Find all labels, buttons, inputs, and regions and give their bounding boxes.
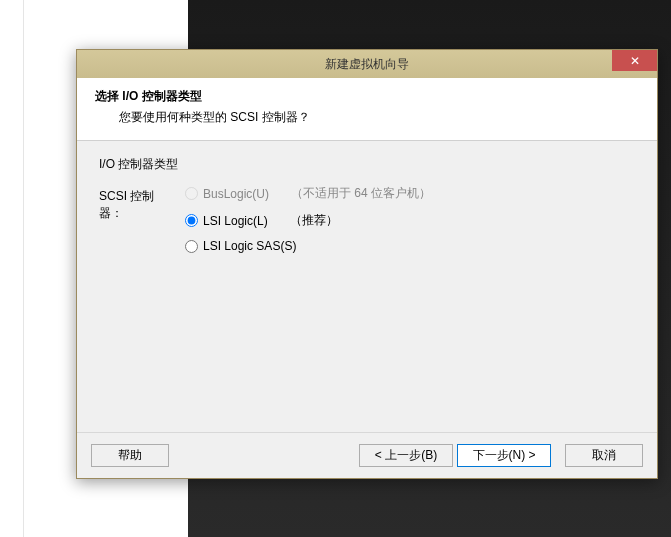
radio-lsilogic[interactable]: LSI Logic(L) — [185, 214, 268, 228]
help-button[interactable]: 帮助 — [91, 444, 169, 467]
radio-lsisas[interactable]: LSI Logic SAS(S) — [185, 239, 296, 253]
button-bar: 帮助 < 上一步(B) 下一步(N) > 取消 — [77, 432, 657, 478]
close-button[interactable]: ✕ — [612, 50, 657, 71]
dialog-title: 新建虚拟机向导 — [325, 56, 409, 73]
radio-lsilogic-note: （推荐） — [290, 212, 338, 229]
back-button[interactable]: < 上一步(B) — [359, 444, 453, 467]
scsi-row: SCSI 控制器： BusLogic(U) （不适用于 64 位客户机） LSI… — [99, 179, 635, 253]
new-vm-wizard-dialog: 新建虚拟机向导 ✕ 选择 I/O 控制器类型 您要使用何种类型的 SCSI 控制… — [76, 49, 658, 479]
group-label: I/O 控制器类型 — [99, 156, 635, 173]
radio-buslogic-note: （不适用于 64 位客户机） — [291, 185, 431, 202]
radio-buslogic-label: BusLogic(U) — [203, 187, 269, 201]
next-button[interactable]: 下一步(N) > — [457, 444, 551, 467]
content-section: I/O 控制器类型 SCSI 控制器： BusLogic(U) （不适用于 64… — [77, 141, 657, 441]
radio-row-lsilogic: LSI Logic(L) （推荐） — [185, 212, 431, 229]
radio-row-buslogic: BusLogic(U) （不适用于 64 位客户机） — [185, 185, 431, 202]
header-subtitle: 您要使用何种类型的 SCSI 控制器？ — [95, 109, 639, 126]
radio-lsilogic-input[interactable] — [185, 214, 198, 227]
scsi-label: SCSI 控制器： — [99, 179, 175, 222]
radio-buslogic: BusLogic(U) — [185, 187, 269, 201]
left-divider — [23, 0, 24, 537]
titlebar[interactable]: 新建虚拟机向导 ✕ — [77, 50, 657, 78]
radio-buslogic-input — [185, 187, 198, 200]
close-icon: ✕ — [630, 54, 640, 68]
header-section: 选择 I/O 控制器类型 您要使用何种类型的 SCSI 控制器？ — [77, 78, 657, 141]
header-title: 选择 I/O 控制器类型 — [95, 88, 639, 105]
radio-row-lsisas: LSI Logic SAS(S) — [185, 239, 431, 253]
radio-lsilogic-label: LSI Logic(L) — [203, 214, 268, 228]
radio-group: BusLogic(U) （不适用于 64 位客户机） LSI Logic(L) … — [185, 179, 431, 253]
radio-lsisas-label: LSI Logic SAS(S) — [203, 239, 296, 253]
radio-lsisas-input[interactable] — [185, 240, 198, 253]
cancel-button[interactable]: 取消 — [565, 444, 643, 467]
